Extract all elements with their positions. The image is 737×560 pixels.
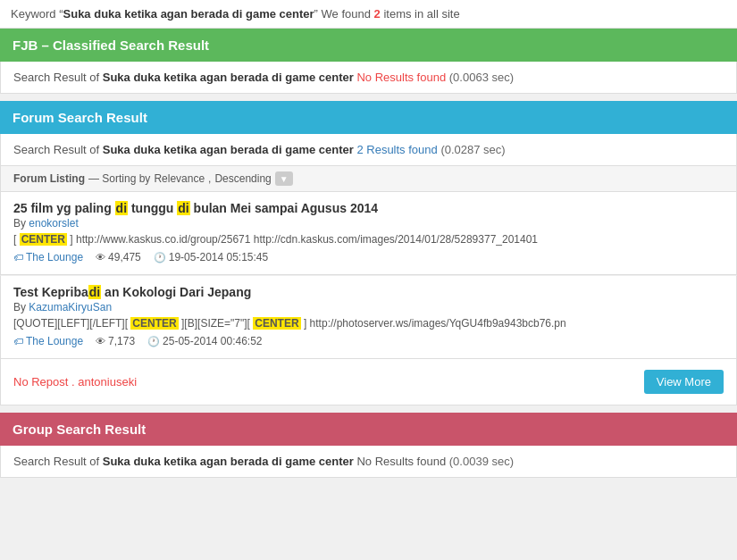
no-repost-text: No Repost . antoniuseki [13, 375, 137, 389]
sorting-order: Descending [214, 172, 271, 185]
tag-link-1[interactable]: The Lounge [13, 251, 83, 263]
result-item-2: Test Kepribadi an Kokologi Dari Jepang B… [0, 275, 737, 359]
divider-2 [0, 405, 737, 413]
highlight-di-3: di [88, 285, 101, 299]
forum-listing-bar: Forum Listing — Sorting by Relevance, De… [0, 166, 737, 192]
view-more-area: No Repost . antoniuseki View More [0, 359, 737, 405]
group-time: (0.0039 sec) [449, 455, 514, 468]
divider-1 [0, 94, 737, 101]
result-meta-1: The Lounge 49,475 19-05-2014 05:15:45 [13, 251, 724, 263]
author-link-2[interactable]: KazumaKiryuSan [29, 301, 112, 313]
result-author-1: By enokorslet [13, 217, 724, 230]
clock-icon-2 [147, 335, 160, 347]
sorting-dash: — Sorting by [88, 172, 150, 185]
tag-link-2[interactable]: The Lounge [13, 335, 83, 347]
clock-icon-1 [154, 251, 166, 263]
tag-icon-1 [13, 251, 23, 263]
result-author-2: By KazumaKiryuSan [13, 301, 724, 313]
group-header: Group Search Result [0, 413, 737, 446]
forum-section: Forum Search Result Search Result of Suk… [0, 101, 737, 405]
result-title-2: Test Kepribadi an Kokologi Dari Jepang [13, 285, 724, 299]
sort-direction-button[interactable]: ▼ [275, 171, 293, 186]
highlight-di-2: di [177, 201, 189, 215]
result-snippet-2: [QUOTE][LEFT][/LEFT][ CENTER ][B][SIZE="… [13, 317, 724, 330]
forum-header: Forum Search Result [0, 101, 737, 134]
keyword-text: Suka duka ketika agan berada di game cen… [63, 7, 314, 21]
author-link-1[interactable]: enokorslet [29, 217, 78, 230]
forum-listing-label: Forum Listing [13, 172, 85, 185]
group-body: Search Result of Suka duka ketika agan b… [0, 446, 737, 478]
result-item-1: 25 film yg paling di tunggu di bulan Mei… [0, 192, 737, 275]
center-tag-2a: CENTER [130, 317, 178, 330]
center-tag-1: CENTER [20, 233, 67, 246]
forum-prefix: Search Result of [13, 143, 99, 156]
fjb-time: (0.0063 sec) [449, 71, 514, 84]
sorting-value: Relevance [154, 172, 205, 185]
eye-icon-2 [96, 335, 105, 347]
views-2: 7,173 [96, 335, 135, 347]
forum-summary: Search Result of Suka duka ketika agan b… [0, 134, 737, 166]
fjb-section: FJB – Classified Search Result Search Re… [0, 29, 737, 94]
group-keyword: Suka duka ketika agan berada di game cen… [103, 455, 354, 468]
center-tag-2b: CENTER [253, 317, 300, 330]
found-suffix: items in all site [383, 7, 459, 21]
forum-keyword: Suka duka ketika agan berada di game cen… [103, 143, 354, 156]
found-prefix: We found [322, 7, 371, 21]
fjb-header: FJB – Classified Search Result [0, 29, 737, 62]
views-1: 49,475 [96, 251, 141, 263]
fjb-prefix: Search Result of [13, 71, 99, 84]
group-section: Group Search Result Search Result of Suk… [0, 413, 737, 478]
time-1: 19-05-2014 05:15:45 [154, 251, 268, 263]
eye-icon-1 [96, 251, 105, 263]
result-meta-2: The Lounge 7,173 25-05-2014 00:46:52 [13, 335, 724, 347]
fjb-no-results: No Results found [356, 71, 446, 84]
fjb-keyword: Suka duka ketika agan berada di game cen… [103, 71, 354, 84]
group-prefix: Search Result of [13, 455, 99, 468]
time-2: 25-05-2014 00:46:52 [147, 335, 262, 347]
result-snippet-1: [ CENTER ] http://www.kaskus.co.id/group… [13, 233, 724, 246]
result-title-1: 25 film yg paling di tunggu di bulan Mei… [13, 201, 724, 215]
group-no-results: No Results found [356, 455, 446, 468]
fjb-body: Search Result of Suka duka ketika agan b… [0, 62, 737, 94]
forum-time: (0.0287 sec) [440, 143, 505, 156]
forum-results-found: 2 Results found [356, 143, 437, 156]
view-more-button[interactable]: View More [644, 370, 724, 394]
keyword-label: Keyword [11, 7, 56, 21]
found-count: 2 [374, 7, 381, 21]
highlight-di-1: di [115, 201, 128, 215]
top-keyword-bar: Keyword “Suka duka ketika agan berada di… [0, 0, 737, 29]
tag-icon-2 [13, 335, 23, 347]
